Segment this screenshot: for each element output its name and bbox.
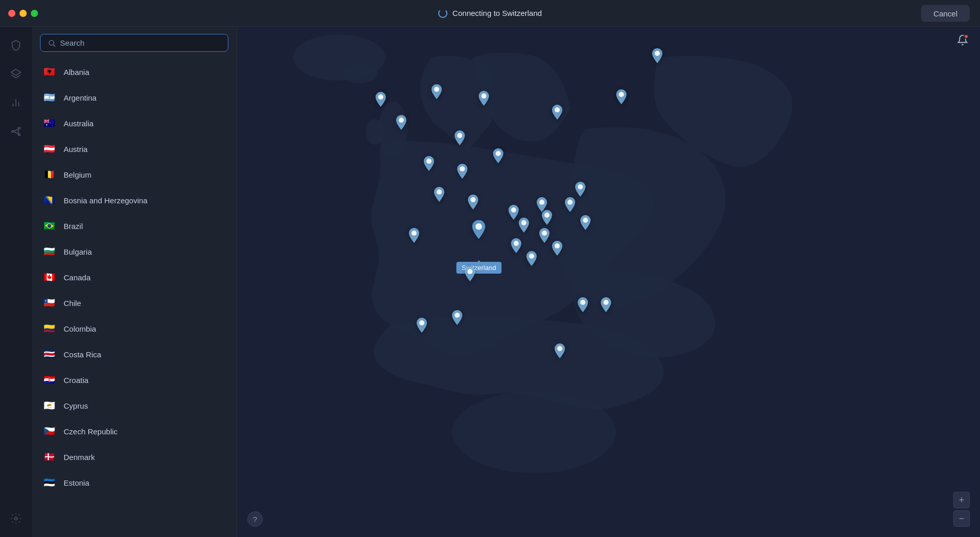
country-panel: 🇦🇱 Albania 🇦🇷 Argentina 🇦🇺 Australia 🇦🇹 … bbox=[32, 27, 237, 537]
country-flag: 🇨🇦 bbox=[42, 270, 56, 284]
cancel-button[interactable]: Cancel bbox=[921, 5, 970, 22]
map-background bbox=[237, 27, 980, 537]
country-item-czech-republic[interactable]: 🇨🇿 Czech Republic bbox=[32, 418, 237, 444]
country-name: Cyprus bbox=[64, 401, 88, 410]
close-button[interactable] bbox=[8, 10, 15, 17]
minimize-button[interactable] bbox=[19, 10, 27, 17]
country-flag: 🇨🇴 bbox=[42, 321, 56, 336]
loading-icon bbox=[438, 9, 447, 18]
map-area: Switzerland bbox=[237, 27, 980, 537]
country-flag: 🇧🇬 bbox=[42, 244, 56, 259]
country-item-canada[interactable]: 🇨🇦 Canada bbox=[32, 264, 237, 290]
window-title: Connecting to Switzerland bbox=[438, 9, 542, 18]
country-name: Australia bbox=[64, 119, 93, 128]
titlebar: Connecting to Switzerland Cancel bbox=[0, 0, 980, 27]
zoom-out-button[interactable]: − bbox=[953, 510, 970, 527]
mesh-icon[interactable] bbox=[8, 123, 24, 140]
country-item-albania[interactable]: 🇦🇱 Albania bbox=[32, 59, 237, 85]
notification-badge bbox=[964, 34, 969, 39]
country-item-bulgaria[interactable]: 🇧🇬 Bulgaria bbox=[32, 239, 237, 264]
country-name: Argentina bbox=[64, 93, 96, 102]
search-box bbox=[40, 34, 228, 52]
country-name: Bosnia and Herzegovina bbox=[64, 196, 147, 205]
country-item-denmark[interactable]: 🇩🇰 Denmark bbox=[32, 444, 237, 470]
country-flag: 🇦🇹 bbox=[42, 142, 56, 156]
country-flag: 🇨🇿 bbox=[42, 424, 56, 438]
sidebar bbox=[0, 27, 32, 537]
country-item-estonia[interactable]: 🇪🇪 Estonia bbox=[32, 470, 237, 495]
country-name: Bulgaria bbox=[64, 247, 92, 256]
country-flag: 🇧🇦 bbox=[42, 193, 56, 207]
country-name: Brazil bbox=[64, 222, 83, 231]
shield-icon[interactable] bbox=[8, 37, 24, 53]
country-item-argentina[interactable]: 🇦🇷 Argentina bbox=[32, 85, 237, 110]
svg-line-12 bbox=[53, 45, 55, 47]
country-name: Colombia bbox=[64, 324, 96, 333]
country-name: Belgium bbox=[64, 170, 91, 179]
svg-point-4 bbox=[12, 130, 14, 132]
country-item-brazil[interactable]: 🇧🇷 Brazil bbox=[32, 213, 237, 239]
settings-icon[interactable] bbox=[8, 510, 24, 527]
country-flag: 🇨🇾 bbox=[42, 398, 56, 413]
country-name: Austria bbox=[64, 145, 88, 154]
title-text: Connecting to Switzerland bbox=[453, 9, 542, 17]
search-wrapper bbox=[32, 27, 237, 57]
country-name: Denmark bbox=[64, 453, 95, 462]
country-item-chile[interactable]: 🇨🇱 Chile bbox=[32, 290, 237, 316]
zoom-in-button[interactable]: + bbox=[953, 492, 970, 508]
country-flag: 🇦🇱 bbox=[42, 65, 56, 79]
country-flag: 🇦🇺 bbox=[42, 116, 56, 130]
country-flag: 🇧🇷 bbox=[42, 219, 56, 233]
country-flag: 🇨🇱 bbox=[42, 296, 56, 310]
svg-point-5 bbox=[18, 127, 21, 129]
svg-point-18 bbox=[452, 391, 616, 473]
layers-icon[interactable] bbox=[8, 66, 24, 82]
country-flag: 🇨🇷 bbox=[42, 347, 56, 361]
country-item-australia[interactable]: 🇦🇺 Australia bbox=[32, 110, 237, 136]
country-item-costa-rica[interactable]: 🇨🇷 Costa Rica bbox=[32, 341, 237, 367]
search-input[interactable] bbox=[60, 39, 221, 47]
svg-point-11 bbox=[49, 40, 54, 45]
country-item-belgium[interactable]: 🇧🇪 Belgium bbox=[32, 162, 237, 187]
country-name: Costa Rica bbox=[64, 350, 101, 359]
country-flag: 🇩🇰 bbox=[42, 450, 56, 464]
country-item-colombia[interactable]: 🇨🇴 Colombia bbox=[32, 316, 237, 341]
svg-point-17 bbox=[366, 119, 384, 145]
country-name: Czech Republic bbox=[64, 427, 117, 436]
country-item-bosnia-and-herzegovina[interactable]: 🇧🇦 Bosnia and Herzegovina bbox=[32, 187, 237, 213]
country-name: Canada bbox=[64, 273, 91, 282]
svg-point-10 bbox=[14, 517, 17, 520]
svg-marker-0 bbox=[11, 69, 21, 75]
country-list: 🇦🇱 Albania 🇦🇷 Argentina 🇦🇺 Australia 🇦🇹 … bbox=[32, 57, 237, 506]
country-name: Estonia bbox=[64, 478, 89, 487]
country-item-austria[interactable]: 🇦🇹 Austria bbox=[32, 136, 237, 162]
country-name: Albania bbox=[64, 68, 89, 76]
svg-line-7 bbox=[13, 129, 18, 131]
stats-icon[interactable] bbox=[8, 94, 24, 111]
country-name: Croatia bbox=[64, 376, 88, 385]
search-icon bbox=[48, 39, 56, 47]
maximize-button[interactable] bbox=[31, 10, 38, 17]
country-name: Chile bbox=[64, 299, 81, 308]
country-item-cyprus[interactable]: 🇨🇾 Cyprus bbox=[32, 393, 237, 418]
country-flag: 🇦🇷 bbox=[42, 90, 56, 105]
country-flag: 🇭🇷 bbox=[42, 373, 56, 387]
window-controls bbox=[8, 10, 38, 17]
country-flag: 🇪🇪 bbox=[42, 475, 56, 490]
svg-point-6 bbox=[18, 134, 21, 136]
country-item-croatia[interactable]: 🇭🇷 Croatia bbox=[32, 367, 237, 393]
svg-line-8 bbox=[13, 131, 18, 134]
notification-button[interactable] bbox=[953, 31, 972, 49]
zoom-controls: + − bbox=[953, 492, 970, 527]
country-flag: 🇧🇪 bbox=[42, 167, 56, 182]
svg-point-15 bbox=[342, 63, 378, 83]
help-button[interactable]: ? bbox=[247, 511, 263, 527]
